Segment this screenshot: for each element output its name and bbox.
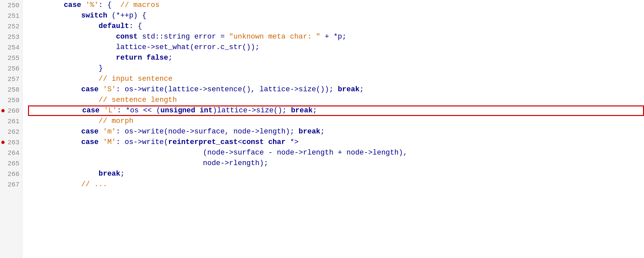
line-number: 263 (8, 138, 19, 147)
code-line: const std::string error = "unknown meta … (29, 32, 644, 42)
line-number: 262 (8, 127, 19, 137)
code-token (29, 32, 116, 42)
code-token (29, 11, 81, 21)
code-token: < (238, 137, 242, 148)
code-token: : { (129, 21, 142, 32)
code-token (99, 105, 104, 116)
code-line: case 'S': os->write(lattice->sentence(),… (29, 84, 644, 95)
code-token: : *os << ( (117, 105, 160, 116)
code-token (29, 42, 116, 53)
line-number-row: 256 (0, 63, 22, 74)
code-line: node->rlength); (29, 158, 644, 169)
line-number: 259 (8, 96, 19, 105)
code-token: "unknown meta char: " (229, 32, 320, 42)
code-token (29, 169, 98, 179)
line-number: 258 (8, 85, 19, 95)
line-number-row: 264 (0, 148, 22, 158)
line-number-row: 266 (0, 169, 22, 179)
code-line: } (29, 63, 644, 74)
code-token: ; (321, 127, 325, 137)
code-token: : os->write(node->surface, node->length)… (116, 127, 299, 137)
code-token: : os->write(lattice->sentence(), lattice… (116, 84, 338, 95)
code-token: ; (168, 53, 172, 63)
line-number-row: 261 (0, 116, 22, 127)
code-token: default (98, 21, 129, 32)
line-number: 261 (8, 117, 19, 126)
code-line: switch (*++p) { (29, 11, 644, 21)
code-token: case (81, 127, 98, 137)
code-token: break (98, 169, 120, 179)
code-line: case 'm': os->write(node->surface, node-… (29, 127, 644, 137)
code-token: return (116, 53, 142, 63)
code-token (142, 53, 146, 63)
code-token: case (82, 105, 99, 116)
code-line: case 'M': os->write(reinterpret_cast<con… (29, 137, 644, 148)
line-number: 256 (8, 64, 19, 73)
line-number: 250 (8, 1, 19, 10)
code-line: break; (29, 169, 644, 179)
code-token: *> (286, 137, 299, 148)
code-token: '%' (86, 0, 99, 11)
code-line: // ... (29, 179, 644, 190)
code-line: return false; (29, 53, 644, 63)
line-number: 265 (8, 159, 19, 168)
code-line: case 'L': *os << (unsigned int)lattice->… (28, 105, 644, 116)
breakpoint-dot (1, 141, 5, 144)
line-number: 253 (8, 32, 19, 42)
code-line: // morph (29, 116, 644, 127)
line-number-row: 260 (0, 105, 22, 116)
code-token (29, 53, 116, 63)
code-token (98, 127, 103, 137)
code-token (29, 95, 98, 105)
code-token (29, 63, 98, 74)
code-token: ; (359, 84, 364, 95)
code-token: false (146, 53, 168, 63)
code-token: const char (242, 137, 286, 148)
code-token: 'm' (103, 127, 116, 137)
line-number-row: 253 (0, 32, 22, 42)
code-token: const (116, 32, 138, 42)
code-token (29, 127, 81, 137)
line-number: 267 (8, 180, 19, 189)
code-token: // input sentence (98, 74, 172, 84)
line-number-row: 262 (0, 127, 22, 137)
code-token (29, 21, 98, 32)
line-number: 264 (8, 148, 19, 158)
code-token: 'L' (104, 105, 117, 116)
code-line: // sentence length (29, 95, 644, 105)
code-editor: 2502512522532542552562572582592602612622… (0, 0, 644, 258)
code-token (29, 74, 98, 84)
code-token: )lattice->size(); (213, 105, 291, 116)
line-number-row: 265 (0, 158, 22, 169)
code-token (29, 137, 81, 148)
code-line: case '%': { // macros (29, 0, 644, 11)
line-number: 260 (8, 106, 19, 116)
code-token: ; (313, 105, 317, 116)
code-token: break (338, 84, 359, 95)
line-number-row: 258 (0, 84, 22, 95)
code-token (30, 105, 82, 116)
code-token (98, 137, 103, 148)
code-token: // morph (98, 116, 133, 127)
code-line: default: { (29, 21, 644, 32)
code-token: (node->surface - node->rlength + node->l… (203, 148, 407, 158)
code-token (29, 179, 81, 190)
code-token: case (81, 84, 98, 95)
line-number-row: 255 (0, 53, 22, 63)
code-token: node->rlength); (203, 158, 268, 169)
line-number-row: 267 (0, 179, 22, 190)
code-token: case (81, 137, 98, 148)
code-token: : os->write( (116, 137, 168, 148)
code-token: + *p; (321, 32, 347, 42)
code-token: 'M' (103, 137, 116, 148)
line-number-row: 252 (0, 21, 22, 32)
code-token: switch (81, 11, 107, 21)
code-token (29, 0, 64, 11)
code-token: reinterpret_cast (168, 137, 238, 148)
code-token: std::string error = (138, 32, 229, 42)
code-token: } (98, 63, 103, 74)
code-token: // sentence length (98, 95, 177, 105)
code-token (29, 158, 203, 169)
line-number: 251 (8, 11, 19, 21)
line-number-row: 251 (0, 11, 22, 21)
